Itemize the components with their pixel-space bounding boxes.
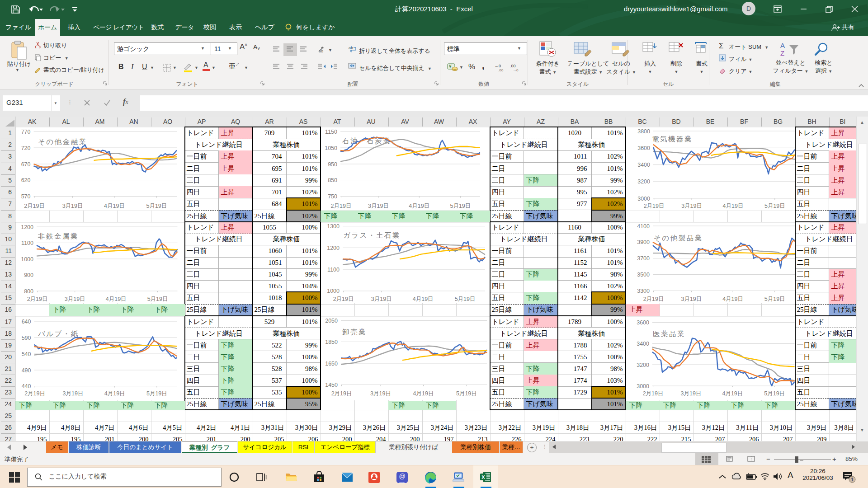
svg-text:卸売業: 卸売業: [342, 328, 367, 336]
svg-text:2月19日: 2月19日: [642, 390, 663, 397]
svg-text:1300: 1300: [327, 223, 340, 230]
svg-text:2月19日: 2月19日: [643, 296, 664, 302]
svg-text:3月19日: 3月19日: [681, 203, 702, 209]
svg-text:5月19日: 5月19日: [764, 203, 785, 209]
svg-text:1650: 1650: [325, 360, 338, 366]
svg-text:440: 440: [21, 383, 31, 389]
svg-text:3700: 3700: [637, 255, 650, 262]
svg-text:2月19日: 2月19日: [24, 203, 45, 209]
svg-text:3000: 3000: [637, 383, 649, 389]
svg-text:2月19日: 2月19日: [333, 296, 354, 302]
svg-text:720: 720: [21, 145, 30, 151]
svg-text:950: 950: [328, 161, 337, 168]
svg-text:1050: 1050: [325, 145, 337, 151]
svg-text:3月19日: 3月19日: [64, 296, 85, 302]
svg-text:4月19日: 4月19日: [722, 390, 743, 397]
svg-text:3800: 3800: [637, 128, 650, 135]
svg-text:4100: 4100: [637, 223, 650, 229]
svg-text:1200: 1200: [21, 224, 33, 230]
svg-text:490: 490: [21, 367, 31, 373]
svg-text:3月19日: 3月19日: [62, 390, 83, 397]
svg-text:1100: 1100: [21, 240, 33, 246]
svg-text:非鉄金属業: 非鉄金属業: [38, 232, 79, 240]
svg-text:2月19日: 2月19日: [331, 390, 352, 397]
svg-text:4月19日: 4月19日: [409, 203, 429, 209]
svg-text:3500: 3500: [637, 272, 650, 278]
svg-text:2050: 2050: [325, 318, 338, 324]
svg-text:3月19日: 3月19日: [371, 296, 392, 302]
svg-text:その他金融業: その他金融業: [38, 138, 87, 145]
svg-text:670: 670: [21, 161, 30, 168]
svg-text:3000: 3000: [637, 196, 650, 202]
svg-text:3200: 3200: [637, 361, 649, 368]
svg-text:ガラス・土石業: ガラス・土石業: [343, 231, 401, 239]
svg-text:3600: 3600: [637, 145, 650, 151]
svg-text:1100: 1100: [327, 266, 340, 272]
svg-text:1: 1: [851, 477, 854, 482]
svg-text:2月19日: 2月19日: [643, 203, 664, 209]
svg-text:4月19日: 4月19日: [104, 390, 125, 397]
svg-text:5月19日: 5月19日: [454, 296, 475, 302]
svg-text:1450: 1450: [325, 382, 338, 388]
svg-text:X: X: [481, 474, 485, 480]
svg-text:5月19日: 5月19日: [764, 296, 785, 302]
svg-text:1000: 1000: [327, 288, 340, 294]
svg-text:1850: 1850: [325, 339, 338, 345]
svg-text:1000: 1000: [21, 256, 33, 262]
svg-text:.00: .00: [498, 68, 504, 72]
svg-text:5月19日: 5月19日: [147, 296, 168, 302]
svg-text:5月19日: 5月19日: [450, 203, 471, 209]
svg-text:2月19日: 2月19日: [330, 203, 351, 209]
svg-text:2月19日: 2月19日: [27, 296, 47, 302]
svg-text:4月19日: 4月19日: [105, 296, 126, 302]
svg-text:5月19日: 5月19日: [456, 390, 476, 397]
svg-text:バルブ・紙: バルブ・紙: [38, 330, 79, 338]
svg-text:→0: →0: [513, 68, 519, 72]
svg-text:5月19日: 5月19日: [146, 390, 167, 397]
svg-text:900: 900: [24, 272, 33, 278]
svg-text:750: 750: [328, 193, 337, 200]
svg-text:←0: ←0: [495, 64, 501, 68]
svg-text:医薬品業: 医薬品業: [653, 330, 685, 338]
svg-text:640: 640: [21, 318, 31, 324]
svg-text:3200: 3200: [637, 178, 650, 185]
svg-text:4月19日: 4月19日: [412, 296, 433, 302]
svg-text:570: 570: [21, 193, 30, 200]
svg-text:4月19日: 4月19日: [104, 203, 125, 209]
svg-text:4月19日: 4月19日: [722, 296, 743, 302]
svg-text:770: 770: [21, 129, 30, 135]
svg-text:3月19日: 3月19日: [370, 390, 391, 397]
svg-text:電気機器業: 電気機器業: [652, 135, 693, 143]
svg-text:3400: 3400: [637, 162, 650, 168]
svg-text:850: 850: [328, 177, 337, 183]
svg-text:ab: ab: [319, 49, 323, 53]
svg-text:3300: 3300: [637, 288, 650, 294]
svg-text:4月19日: 4月19日: [722, 203, 743, 209]
svg-text:800: 800: [24, 288, 33, 294]
svg-text:620: 620: [21, 177, 30, 183]
svg-text:1200: 1200: [327, 244, 340, 251]
svg-text:3月19日: 3月19日: [680, 390, 701, 397]
svg-text:3600: 3600: [637, 319, 649, 326]
svg-text:5月19日: 5月19日: [146, 203, 167, 209]
svg-text:3月19日: 3月19日: [368, 203, 389, 209]
svg-text:¥: ¥: [448, 64, 452, 69]
svg-text:3400: 3400: [637, 341, 649, 347]
svg-text:ab: ab: [349, 46, 353, 50]
svg-text:その他製品業: その他製品業: [654, 234, 703, 242]
svg-text:540: 540: [21, 351, 31, 357]
svg-text:3900: 3900: [637, 239, 650, 245]
svg-text:1150: 1150: [325, 129, 337, 135]
svg-text:3月19日: 3月19日: [681, 296, 702, 302]
svg-text:5月19日: 5月19日: [764, 390, 785, 397]
svg-text:3月19日: 3月19日: [62, 203, 83, 209]
svg-text:590: 590: [21, 334, 31, 341]
svg-text:4月19日: 4月19日: [413, 390, 434, 397]
svg-text:.00: .00: [510, 64, 516, 68]
svg-text:2月19日: 2月19日: [24, 390, 45, 397]
